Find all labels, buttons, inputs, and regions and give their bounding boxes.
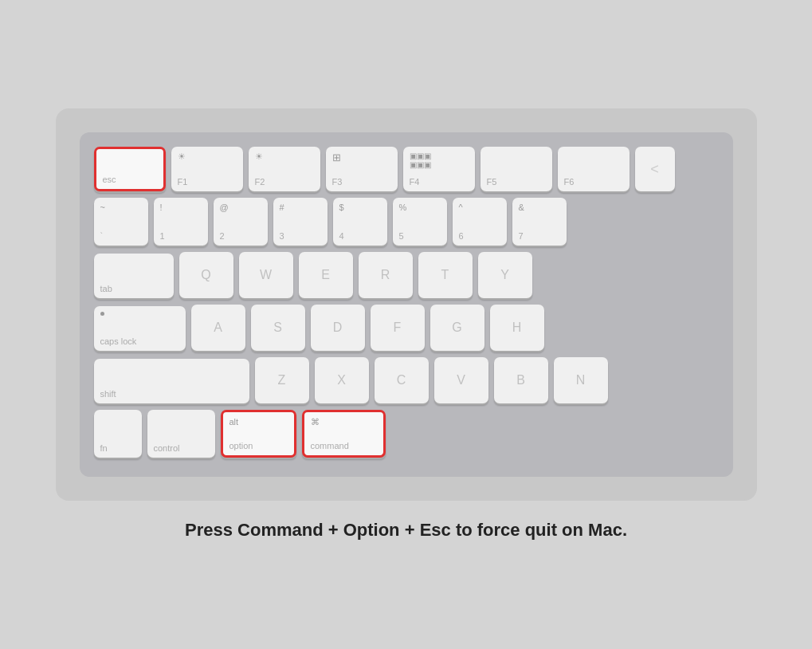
w-label: W bbox=[260, 268, 272, 282]
key-g[interactable]: G bbox=[430, 305, 484, 351]
number-row: ~ ` ! 1 @ 2 # 3 $ 4 % 5 bbox=[94, 198, 719, 246]
key-s[interactable]: S bbox=[251, 305, 305, 351]
f3-label: F3 bbox=[332, 177, 343, 187]
key-f4[interactable]: ▣▣▣▣▣▣ F4 bbox=[403, 147, 475, 191]
key-2[interactable]: @ 2 bbox=[214, 198, 268, 246]
key-w[interactable]: W bbox=[239, 252, 293, 298]
v-label: V bbox=[457, 373, 465, 387]
f1-label: F1 bbox=[178, 177, 188, 187]
e-label: E bbox=[321, 268, 330, 282]
option-label: option bbox=[229, 441, 253, 450]
control-label: control bbox=[154, 443, 180, 453]
key-fn[interactable]: fn bbox=[94, 410, 142, 458]
key-4[interactable]: $ 4 bbox=[333, 198, 387, 246]
key-tilde[interactable]: ~ ` bbox=[94, 198, 148, 246]
6-top: ^ bbox=[459, 203, 463, 212]
a-label: A bbox=[214, 321, 222, 335]
key-f5[interactable]: F5 bbox=[481, 147, 552, 191]
g-label: G bbox=[452, 321, 461, 335]
key-q[interactable]: Q bbox=[179, 252, 233, 298]
key-esc[interactable]: esc bbox=[94, 147, 166, 191]
tab-label: tab bbox=[100, 284, 112, 293]
key-d[interactable]: D bbox=[311, 305, 365, 351]
n-label: N bbox=[576, 373, 586, 387]
key-t[interactable]: T bbox=[418, 252, 473, 298]
c-label: C bbox=[397, 373, 406, 387]
key-option[interactable]: alt option bbox=[221, 410, 296, 458]
key-caps[interactable]: caps lock bbox=[94, 306, 186, 351]
5-top: % bbox=[399, 203, 407, 212]
s-label: S bbox=[273, 321, 282, 335]
3-bottom: 3 bbox=[280, 231, 284, 241]
d-label: D bbox=[333, 321, 343, 335]
keyboard-container: esc ☀ F1 ☀ F2 ⊞ F3 ▣▣▣▣▣▣ F4 F5 F6 bbox=[56, 108, 757, 501]
esc-label: esc bbox=[103, 175, 116, 184]
f1-icon: ☀ bbox=[178, 151, 186, 162]
fn-row: esc ☀ F1 ☀ F2 ⊞ F3 ▣▣▣▣▣▣ F4 F5 F6 bbox=[94, 147, 719, 191]
key-x[interactable]: X bbox=[315, 357, 369, 403]
key-a[interactable]: A bbox=[191, 305, 245, 351]
f3-icon: ⊞ bbox=[332, 151, 341, 163]
q-label: Q bbox=[201, 268, 210, 282]
key-1[interactable]: ! 1 bbox=[154, 198, 208, 246]
key-y[interactable]: Y bbox=[478, 252, 532, 298]
key-shift-left[interactable]: shift bbox=[94, 359, 249, 403]
7-top: & bbox=[519, 203, 524, 212]
4-bottom: 4 bbox=[339, 231, 344, 241]
key-n[interactable]: N bbox=[554, 357, 608, 403]
key-z[interactable]: Z bbox=[255, 357, 309, 403]
key-tab[interactable]: tab bbox=[94, 254, 174, 298]
2-top: @ bbox=[220, 203, 229, 212]
shift-label: shift bbox=[100, 389, 116, 399]
key-5[interactable]: % 5 bbox=[393, 198, 447, 246]
x-label: X bbox=[337, 373, 346, 387]
key-3[interactable]: # 3 bbox=[273, 198, 328, 246]
4-top: $ bbox=[339, 203, 344, 212]
key-command[interactable]: ⌘ command bbox=[302, 410, 386, 458]
f4-label: F4 bbox=[410, 177, 420, 187]
key-r[interactable]: R bbox=[359, 252, 413, 298]
f2-icon: ☀ bbox=[255, 151, 263, 162]
f-label: F bbox=[394, 321, 402, 335]
key-f1[interactable]: ☀ F1 bbox=[171, 147, 243, 191]
key-f3[interactable]: ⊞ F3 bbox=[326, 147, 398, 191]
tilde-top: ~ bbox=[100, 203, 105, 212]
f6-label: F6 bbox=[564, 177, 575, 187]
t-label: T bbox=[441, 268, 449, 282]
key-b[interactable]: B bbox=[494, 357, 548, 403]
key-7[interactable]: & 7 bbox=[512, 198, 567, 246]
key-e[interactable]: E bbox=[299, 252, 353, 298]
bottom-row: fn control alt option ⌘ command bbox=[94, 410, 719, 458]
3-top: # bbox=[280, 203, 284, 212]
key-f[interactable]: F bbox=[371, 305, 425, 351]
command-icon: ⌘ bbox=[311, 417, 320, 427]
y-label: Y bbox=[500, 268, 509, 282]
key-partial[interactable]: < bbox=[635, 147, 675, 191]
key-f2[interactable]: ☀ F2 bbox=[249, 147, 320, 191]
keyboard: esc ☀ F1 ☀ F2 ⊞ F3 ▣▣▣▣▣▣ F4 F5 F6 bbox=[80, 132, 733, 477]
partial-label: < bbox=[650, 161, 659, 178]
7-bottom: 7 bbox=[519, 231, 524, 241]
zxcv-row: shift Z X C V B N bbox=[94, 357, 719, 403]
qwerty-row: tab Q W E R T Y bbox=[94, 252, 719, 298]
key-control[interactable]: control bbox=[147, 410, 215, 458]
r-label: R bbox=[381, 268, 390, 282]
fn-label: fn bbox=[100, 443, 108, 453]
1-top: ! bbox=[160, 203, 163, 212]
asdf-row: caps lock A S D F G H bbox=[94, 305, 719, 351]
5-bottom: 5 bbox=[399, 231, 404, 241]
z-label: Z bbox=[278, 373, 286, 387]
caps-label: caps lock bbox=[100, 336, 137, 346]
key-h[interactable]: H bbox=[490, 305, 544, 351]
6-bottom: 6 bbox=[459, 231, 464, 241]
f4-icon: ▣▣▣▣▣▣ bbox=[410, 151, 431, 169]
caption-text: Press Command + Option + Esc to force qu… bbox=[56, 520, 757, 541]
option-top: alt bbox=[229, 417, 239, 427]
command-label: command bbox=[311, 441, 349, 450]
key-v[interactable]: V bbox=[434, 357, 488, 403]
h-label: H bbox=[512, 321, 522, 335]
key-c[interactable]: C bbox=[375, 357, 429, 403]
key-f6[interactable]: F6 bbox=[558, 147, 630, 191]
caps-dot bbox=[100, 312, 104, 316]
key-6[interactable]: ^ 6 bbox=[453, 198, 507, 246]
